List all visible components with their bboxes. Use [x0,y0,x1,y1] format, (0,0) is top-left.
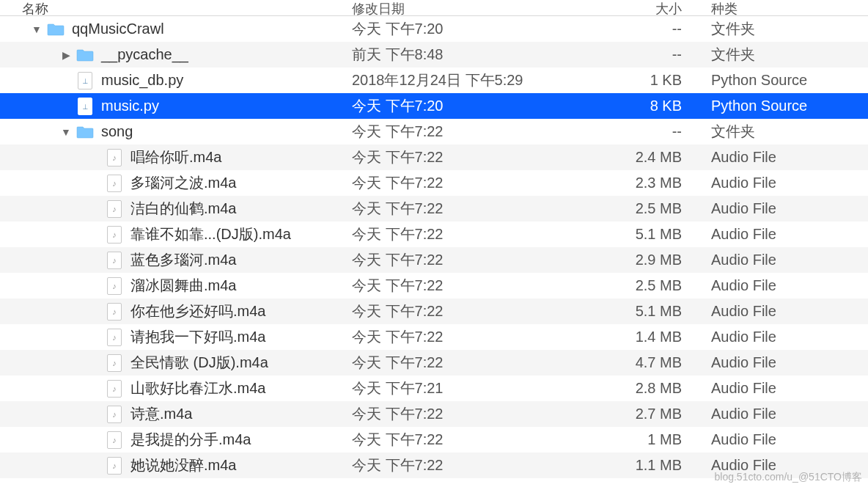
audio-file-icon: ♪ [107,329,122,346]
chevron-down-icon[interactable]: ▼ [59,126,73,138]
file-size: 1 MB [601,431,704,448]
file-size: 1 KB [601,72,704,89]
file-date: 今天 下午7:22 [352,122,601,142]
file-row[interactable]: ♪洁白的仙鹤.m4a今天 下午7:222.5 MBAudio File [0,196,868,221]
file-kind: 文件夹 [704,45,868,65]
file-date: 今天 下午7:22 [352,301,601,321]
file-kind: Audio File [704,226,868,243]
file-name: 蓝色多瑙河.m4a [130,250,236,270]
column-header-name[interactable]: 名称 [0,0,352,18]
file-date: 2018年12月24日 下午5:29 [352,70,601,90]
file-date: 今天 下午7:22 [352,250,601,270]
audio-file-icon: ♪ [107,226,122,244]
file-kind: Audio File [704,303,868,320]
file-size: 5.1 MB [601,303,704,320]
file-kind: Audio File [704,200,868,217]
file-date: 今天 下午7:22 [352,224,601,244]
audio-file-icon: ♪ [107,149,122,166]
file-date: 今天 下午7:20 [352,19,601,39]
file-date: 今天 下午7:22 [352,430,601,450]
audio-file-icon: ♪ [106,277,123,295]
audio-file-icon: ♪ [106,226,123,244]
chevron-down-icon[interactable]: ▼ [29,23,44,35]
file-row[interactable]: ⟂music.py今天 下午7:208 KBPython Source [0,93,868,119]
file-date: 今天 下午7:22 [352,353,601,373]
file-kind: Audio File [704,431,868,448]
audio-file-icon: ♪ [107,380,122,398]
column-header-row: 名称 修改日期 大小 种类 [0,0,868,16]
file-date: 今天 下午7:22 [352,173,601,193]
audio-file-icon: ♪ [106,149,123,166]
file-name: 唱给你听.m4a [130,147,221,167]
file-row[interactable]: ♪请抱我一下好吗.m4a今天 下午7:221.4 MBAudio File [0,324,868,350]
file-row[interactable]: ♪山歌好比春江水.m4a今天 下午7:212.8 MBAudio File [0,376,868,401]
audio-file-icon: ♪ [106,329,123,346]
file-date: 今天 下午7:22 [352,276,601,296]
file-name: 她说她没醉.m4a [130,455,236,475]
audio-file-icon: ♪ [106,252,123,269]
file-row[interactable]: ♪她说她没醉.m4a今天 下午7:221.1 MBAudio File [0,453,868,478]
file-row[interactable]: ♪靠谁不如靠...(DJ版).m4a今天 下午7:225.1 MBAudio F… [0,221,868,247]
python-file-icon: ⟂ [76,98,94,115]
folder-icon [76,123,94,141]
file-kind: Python Source [704,98,868,114]
file-list: ▼qqMusicCrawl今天 下午7:20--文件夹▶__pycache__前… [0,16,868,478]
file-row[interactable]: ♪你在他乡还好吗.m4a今天 下午7:225.1 MBAudio File [0,299,868,324]
file-name: __pycache__ [101,46,188,63]
file-name: qqMusicCrawl [72,21,164,37]
audio-file-icon: ♪ [106,380,123,398]
file-row[interactable]: ♪诗意.m4a今天 下午7:222.7 MBAudio File [0,401,868,427]
python-file-icon: ⟂ [78,72,92,89]
file-kind: Audio File [704,149,868,166]
file-name: 山歌好比春江水.m4a [130,378,265,398]
audio-file-icon: ♪ [107,457,122,475]
file-name: 诗意.m4a [130,404,192,424]
file-row[interactable]: ♪溜冰圆舞曲.m4a今天 下午7:222.5 MBAudio File [0,273,868,299]
audio-file-icon: ♪ [106,457,123,475]
audio-file-icon: ♪ [107,431,122,449]
file-row[interactable]: ▼song今天 下午7:22--文件夹 [0,119,868,144]
file-row[interactable]: ♪全民情歌 (DJ版).m4a今天 下午7:224.7 MBAudio File [0,350,868,376]
file-size: 2.3 MB [601,175,704,191]
audio-file-icon: ♪ [107,354,122,372]
file-name: song [101,123,133,140]
file-row[interactable]: ♪是我提的分手.m4a今天 下午7:221 MBAudio File [0,427,868,453]
column-header-date[interactable]: 修改日期 [352,0,601,18]
file-name: 请抱我一下好吗.m4a [130,327,265,347]
file-name: 靠谁不如靠...(DJ版).m4a [130,224,291,244]
chevron-right-icon[interactable]: ▶ [59,49,73,61]
file-row[interactable]: ▶__pycache__前天 下午8:48--文件夹 [0,42,868,67]
file-kind: Audio File [704,252,868,268]
file-size: 2.9 MB [601,252,704,268]
file-row[interactable]: ⟂music_db.py2018年12月24日 下午5:291 KBPython… [0,67,868,93]
audio-file-icon: ♪ [106,354,123,372]
file-kind: Audio File [704,457,868,474]
audio-file-icon: ♪ [107,200,122,218]
file-name: 溜冰圆舞曲.m4a [130,276,236,296]
file-row[interactable]: ▼qqMusicCrawl今天 下午7:20--文件夹 [0,16,868,42]
audio-file-icon: ♪ [107,303,122,321]
audio-file-icon: ♪ [106,431,123,449]
column-header-size[interactable]: 大小 [601,0,704,18]
folder-icon [76,46,94,64]
file-row[interactable]: ♪蓝色多瑙河.m4a今天 下午7:222.9 MBAudio File [0,247,868,273]
file-row[interactable]: ♪多瑙河之波.m4a今天 下午7:222.3 MBAudio File [0,170,868,196]
file-name: music.py [101,98,159,114]
audio-file-icon: ♪ [107,252,122,269]
file-size: 2.8 MB [601,380,704,397]
file-kind: Audio File [704,175,868,191]
file-date: 前天 下午8:48 [352,45,601,65]
file-kind: 文件夹 [704,122,868,142]
file-kind: Audio File [704,406,868,422]
file-date: 今天 下午7:22 [352,404,601,424]
file-size: -- [601,21,704,37]
file-name: 你在他乡还好吗.m4a [130,301,265,321]
audio-file-icon: ♪ [106,200,123,218]
file-size: 1.4 MB [601,329,704,345]
column-header-kind[interactable]: 种类 [704,0,868,18]
file-kind: Python Source [704,72,868,89]
file-size: 2.5 MB [601,200,704,217]
file-row[interactable]: ♪唱给你听.m4a今天 下午7:222.4 MBAudio File [0,144,868,170]
file-kind: Audio File [704,277,868,294]
audio-file-icon: ♪ [107,175,122,192]
